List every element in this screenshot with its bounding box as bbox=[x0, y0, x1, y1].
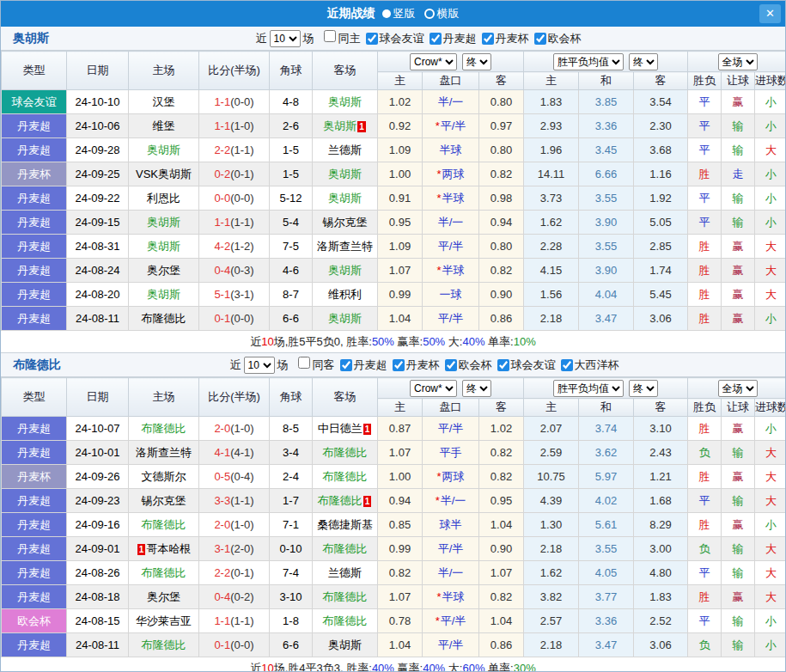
avg-away-cell: 1.21 bbox=[634, 465, 688, 489]
away-team-cell: 奥胡斯 bbox=[313, 90, 378, 114]
team-name: 奥胡斯 bbox=[147, 288, 180, 301]
final-select-2[interactable]: 终 bbox=[629, 380, 658, 397]
league-filter-欧会杯[interactable]: 欧会杯 bbox=[534, 31, 582, 46]
final-select[interactable]: 终 bbox=[462, 380, 491, 397]
match-count-select[interactable]: 10 bbox=[244, 357, 275, 374]
same-home-checkbox[interactable] bbox=[324, 30, 336, 42]
avg-draw-cell: 3.55 bbox=[579, 537, 634, 561]
close-icon[interactable]: ✕ bbox=[759, 4, 781, 23]
company-select[interactable]: Crow* bbox=[410, 380, 457, 397]
team-name: 布隆德比 bbox=[142, 566, 186, 579]
avg-draw-cell: 3.36 bbox=[579, 114, 634, 138]
radio-vertical-selected-icon[interactable] bbox=[382, 9, 391, 18]
home-team-cell: 锡尔克堡 bbox=[129, 489, 199, 513]
handicap-result-cell: 输 bbox=[722, 441, 755, 465]
handicap-cell: *两球 bbox=[423, 465, 479, 489]
match-count-select[interactable]: 10 bbox=[270, 30, 301, 47]
league-filter-丹麦超[interactable]: 丹麦超 bbox=[340, 357, 387, 373]
league-filter-丹麦杯[interactable]: 丹麦杯 bbox=[482, 31, 529, 46]
sub-header-away-odds: 客 bbox=[479, 399, 524, 417]
team-title: 奥胡斯 bbox=[13, 31, 49, 46]
radio-horizontal-label[interactable]: 横版 bbox=[437, 6, 460, 21]
avg-away-cell: 2.52 bbox=[634, 609, 688, 633]
league-checkbox[interactable] bbox=[366, 33, 378, 45]
scope-select[interactable]: 全场 bbox=[718, 53, 758, 70]
league-filter-大西洋杯[interactable]: 大西洋杯 bbox=[561, 357, 619, 373]
league-checkbox[interactable] bbox=[393, 359, 405, 371]
handicap-result-cell: 输 bbox=[722, 138, 755, 162]
home-odds-cell: 1.00 bbox=[378, 465, 423, 489]
match-row: 球会友谊24-10-10汉堡1-1(0-0)4-8奥胡斯1.02半/一0.801… bbox=[2, 90, 786, 114]
handicap-cell: *两球 bbox=[423, 162, 479, 186]
team-name: 哥本哈根 bbox=[146, 542, 191, 555]
date-cell: 24-09-23 bbox=[67, 489, 129, 513]
radio-vertical-label[interactable]: 竖版 bbox=[393, 6, 416, 21]
handicap-result-cell: 输 bbox=[722, 633, 755, 657]
avg-home-cell: 2.18 bbox=[524, 633, 579, 657]
date-cell: 24-08-11 bbox=[67, 633, 129, 657]
league-filter-球会友谊[interactable]: 球会友谊 bbox=[497, 357, 556, 373]
summary-text: 10 bbox=[261, 662, 273, 672]
league-checkbox[interactable] bbox=[430, 33, 442, 45]
red-card-badge: 1 bbox=[363, 424, 372, 435]
avg-away-cell: 5.45 bbox=[634, 283, 688, 307]
league-checkbox[interactable] bbox=[482, 33, 494, 45]
avg-away-cell: 2.43 bbox=[634, 441, 688, 465]
handicap-result-cell: 输 bbox=[722, 211, 755, 235]
league-checkbox[interactable] bbox=[445, 359, 457, 371]
same-away-checkbox[interactable] bbox=[298, 357, 310, 369]
team-name: 布隆德比 bbox=[323, 614, 368, 627]
final-select-2[interactable]: 终 bbox=[629, 53, 658, 70]
same-home-filter[interactable]: 同主 bbox=[317, 30, 361, 46]
result-cell: 胜 bbox=[688, 283, 722, 307]
league-filter-丹麦超[interactable]: 丹麦超 bbox=[430, 31, 477, 46]
radio-horizontal-icon[interactable] bbox=[424, 9, 435, 19]
handicap-cell: *平/半 bbox=[423, 609, 479, 633]
col-header-away: 客场 bbox=[313, 52, 378, 90]
scope-select[interactable]: 全场 bbox=[718, 380, 758, 397]
league-checkbox[interactable] bbox=[561, 359, 573, 371]
final-select[interactable]: 终 bbox=[462, 53, 491, 70]
league-checkbox[interactable] bbox=[340, 359, 352, 371]
team-name: 兰德斯 bbox=[328, 566, 362, 579]
corner-cell: 1-5 bbox=[270, 138, 313, 162]
match-row: 欧会杯24-08-15华沙莱吉亚1-1(1-1)1-8布隆德比0.78*平/半1… bbox=[2, 609, 786, 633]
league-filter-球会友谊[interactable]: 球会友谊 bbox=[366, 31, 424, 46]
games-label: 场 bbox=[303, 31, 314, 46]
result-cell: 平 bbox=[688, 114, 722, 138]
league-checkbox[interactable] bbox=[534, 33, 546, 45]
goals-result-cell: 小 bbox=[755, 307, 786, 331]
filter-bar: 近 10 场 同主 球会友谊丹麦超丹麦杯欧会杯 bbox=[49, 30, 785, 47]
home-team-cell: 奥尔堡 bbox=[129, 259, 199, 283]
team-name: 洛斯查兰特 bbox=[317, 240, 373, 253]
league-cell: 欧会杯 bbox=[2, 609, 67, 633]
match-row: 丹麦超24-09-23锡尔克堡3-3(1-1)1-7布隆德比10.94*半/一0… bbox=[2, 489, 786, 513]
avg-draw-cell: 3.77 bbox=[579, 585, 634, 609]
summary-text: 10 bbox=[261, 335, 273, 348]
company-select[interactable]: Crow* bbox=[410, 53, 457, 70]
home-odds-cell: 1.04 bbox=[378, 307, 423, 331]
league-checkbox[interactable] bbox=[497, 359, 509, 371]
summary-text: 近 bbox=[250, 335, 261, 348]
league-filter-丹麦杯[interactable]: 丹麦杯 bbox=[393, 357, 440, 373]
league-filter-欧会杯[interactable]: 欧会杯 bbox=[445, 357, 492, 373]
result-cell: 平 bbox=[688, 609, 722, 633]
avg-draw-cell: 3.74 bbox=[579, 417, 634, 441]
date-cell: 24-08-20 bbox=[67, 283, 129, 307]
home-team-cell: 奥胡斯 bbox=[129, 235, 199, 259]
same-away-filter[interactable]: 同客 bbox=[291, 357, 335, 373]
team-name: 奥胡斯 bbox=[328, 168, 362, 180]
col-header-corner: 角球 bbox=[270, 378, 313, 417]
home-team-cell: 文德斯尔 bbox=[129, 465, 199, 489]
corner-cell: 5-12 bbox=[270, 186, 313, 211]
away-odds-cell: 0.82 bbox=[479, 162, 524, 186]
avg-select[interactable]: 胜平负均值 bbox=[553, 53, 624, 70]
league-cell: 丹麦超 bbox=[2, 561, 67, 585]
avg-select[interactable]: 胜平负均值 bbox=[553, 380, 624, 397]
result-cell: 平 bbox=[688, 90, 722, 114]
avg-away-cell: 2.85 bbox=[634, 235, 688, 259]
team-name: 华沙莱吉亚 bbox=[136, 614, 192, 627]
league-cell: 丹麦超 bbox=[2, 417, 67, 441]
home-team-cell: 奥胡斯 bbox=[129, 283, 199, 307]
col-header-away: 客场 bbox=[313, 378, 378, 417]
